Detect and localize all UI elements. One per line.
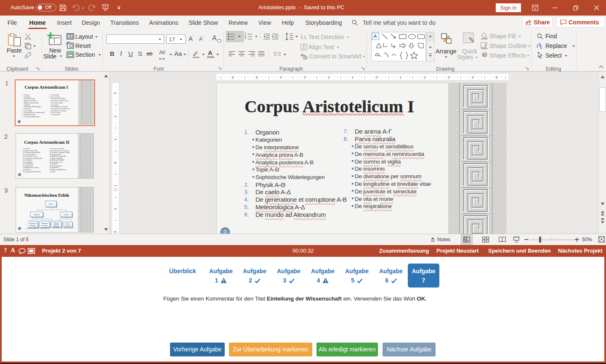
svg-text:2: 2 (327, 75, 330, 79)
svg-text:3: 3 (113, 231, 117, 233)
svg-text:I: I (388, 76, 389, 79)
svg-text:3: 3 (447, 75, 449, 79)
svg-text:3: 3 (113, 92, 117, 94)
svg-text:Rationalität: Rationalität (64, 225, 71, 227)
svg-text:0: 0 (375, 75, 377, 79)
svg-text:I: I (505, 76, 506, 79)
svg-text:2: 2 (113, 115, 117, 117)
svg-text:I: I (244, 76, 245, 79)
svg-text:2: 2 (423, 75, 425, 79)
svg-text:Sinnhaftes: Sinnhaftes (41, 223, 48, 224)
svg-text:Vermögen: Vermögen (53, 226, 59, 227)
svg-text:I: I (114, 104, 117, 105)
svg-text:4: 4 (471, 75, 473, 79)
svg-text:Vermögen: Vermögen (30, 225, 36, 227)
svg-text:1: 1 (351, 75, 354, 79)
svg-text:I: I (460, 76, 461, 79)
svg-text:1: 1 (113, 185, 117, 187)
svg-text:5: 5 (495, 75, 497, 79)
svg-text:Vermögen: Vermögen (42, 225, 48, 227)
svg-text:c: c (540, 45, 542, 49)
svg-text:irrational: irrational (34, 214, 40, 216)
svg-text:I: I (364, 76, 365, 79)
svg-text:I: I (114, 220, 117, 221)
svg-text:1: 1 (113, 138, 117, 140)
svg-text:I: I (436, 76, 437, 79)
svg-text:1: 1 (399, 75, 401, 79)
svg-text:3: 3 (303, 75, 306, 79)
svg-text:4: 4 (279, 75, 282, 79)
svg-text:A: A (303, 35, 307, 40)
svg-text:6: 6 (231, 75, 234, 79)
svg-text:I: I (268, 76, 269, 79)
svg-text:Vegetatives: Vegetatives (29, 223, 37, 224)
svg-text:I: I (220, 76, 221, 79)
svg-text:Seele: Seele (49, 203, 53, 205)
svg-text:I: I (114, 127, 117, 128)
svg-text:I: I (340, 76, 341, 79)
svg-text:0: 0 (113, 161, 117, 164)
svg-text:Reiner: Reiner (66, 223, 70, 225)
svg-text:I: I (114, 174, 117, 174)
svg-text:I: I (292, 76, 293, 79)
svg-text:2: 2 (113, 208, 117, 210)
svg-text:I: I (114, 197, 117, 198)
svg-text:I: I (484, 76, 485, 79)
svg-text:I: I (316, 76, 317, 79)
svg-text:I: I (114, 150, 117, 151)
svg-text:rational: rational (64, 214, 69, 216)
svg-text:5: 5 (255, 75, 258, 79)
svg-text:I: I (412, 76, 413, 79)
